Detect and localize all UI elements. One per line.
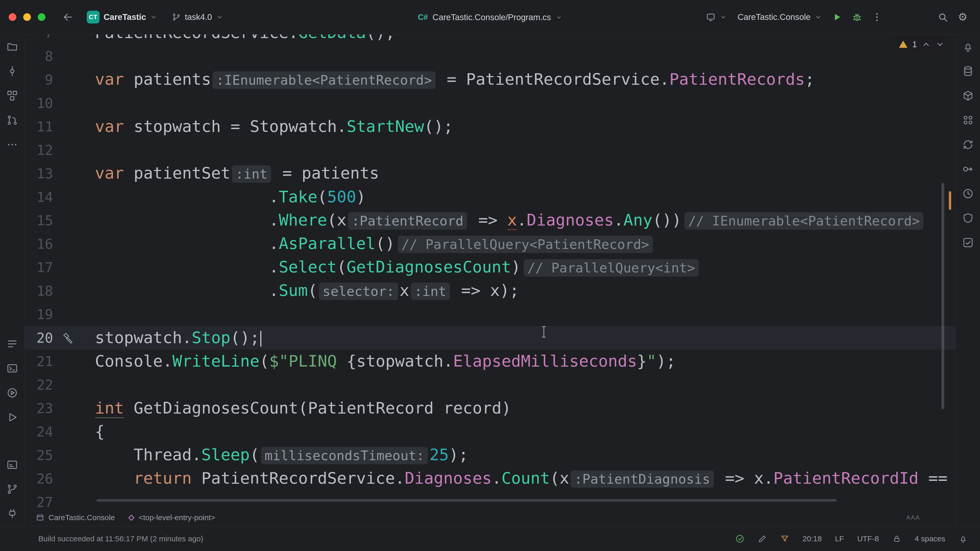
pen-icon[interactable] bbox=[758, 534, 767, 543]
nuget-icon[interactable] bbox=[956, 83, 980, 108]
code-line-18[interactable]: 18.Sum(selector:x:int => x); bbox=[24, 279, 956, 303]
database-icon[interactable] bbox=[956, 59, 980, 83]
quick-fix-hammer-icon[interactable] bbox=[53, 332, 95, 344]
indent-widget[interactable]: 4 spaces bbox=[915, 534, 945, 543]
code-editor[interactable]: 7PatientRecordService.GetData();89var pa… bbox=[24, 35, 956, 509]
code-line-14[interactable]: 14.Take(500) bbox=[24, 185, 956, 209]
close-window-button[interactable] bbox=[9, 13, 16, 21]
code-text: .Select(GetDiagnosesCount)// ParallelQue… bbox=[95, 256, 700, 279]
breadcrumb-member[interactable]: <top-level-entry-point> bbox=[128, 513, 215, 522]
structure-icon[interactable] bbox=[0, 83, 24, 108]
previous-problem-button[interactable] bbox=[921, 40, 931, 49]
inspection-widget[interactable]: 1 bbox=[894, 37, 949, 52]
code-line-15[interactable]: 15.Where(x:PatientRecord => x.Diagnoses.… bbox=[24, 209, 956, 232]
code-token: x bbox=[337, 211, 347, 229]
project-widget[interactable]: CT CareTastic bbox=[83, 8, 161, 26]
terminal-icon[interactable] bbox=[0, 356, 24, 381]
commit-icon[interactable] bbox=[0, 59, 24, 83]
debug-console-icon[interactable] bbox=[0, 453, 24, 477]
code-text: stopwatch.Stop(); bbox=[95, 326, 261, 349]
code-line-21[interactable]: 21Console.WriteLine($"PLINQ {stopwatch.E… bbox=[24, 349, 956, 373]
caret-position-widget[interactable]: 20:18 bbox=[803, 534, 822, 543]
inlay-hint: // ParallelQuery<int> bbox=[524, 259, 698, 276]
readonly-lock-icon[interactable] bbox=[892, 534, 901, 543]
code-line-24[interactable]: 24{ bbox=[24, 420, 956, 443]
code-token: x bbox=[560, 469, 570, 487]
code-text: var stopwatch = Stopwatch.StartNew(); bbox=[95, 115, 453, 138]
code-token: var bbox=[95, 70, 124, 89]
minimize-window-button[interactable] bbox=[23, 13, 31, 21]
coverage-icon[interactable] bbox=[956, 206, 980, 230]
back-button[interactable] bbox=[60, 9, 76, 25]
project-logo: CT bbox=[87, 11, 100, 24]
notifications-bell-icon[interactable] bbox=[959, 534, 968, 543]
run-target-widget[interactable] bbox=[702, 10, 730, 24]
run-toolbar: CareTastic.Console ⚙ bbox=[702, 9, 980, 25]
code-line-26[interactable]: 26return PatientRecordService.Diagnoses.… bbox=[24, 467, 956, 490]
text-size-widget[interactable]: AAA bbox=[906, 514, 920, 521]
code-line-23[interactable]: 23int GetDiagnosesCount(PatientRecord re… bbox=[24, 396, 956, 420]
debug-button[interactable] bbox=[849, 9, 865, 25]
code-line-25[interactable]: 25Thread.Sleep(millisecondsTimeout:25); bbox=[24, 443, 956, 467]
code-text: .Where(x:PatientRecord => x.Diagnoses.An… bbox=[95, 208, 925, 233]
more-actions-button[interactable] bbox=[869, 9, 885, 25]
project-folder-icon[interactable] bbox=[0, 35, 24, 59]
code-text: int GetDiagnosesCount(PatientRecord reco… bbox=[95, 396, 511, 420]
code-line-8[interactable]: 8 bbox=[24, 44, 956, 68]
build-status-message[interactable]: Build succeeded at 11:56:17 PM (2 minute… bbox=[38, 534, 204, 543]
code-line-19[interactable]: 19 bbox=[24, 303, 956, 326]
code-token: . bbox=[269, 234, 279, 253]
sync-icon[interactable] bbox=[956, 132, 980, 157]
code-line-12[interactable]: 12 bbox=[24, 138, 956, 162]
vertical-scrollbar[interactable] bbox=[942, 183, 944, 409]
search-everywhere-button[interactable] bbox=[935, 9, 951, 25]
code-line-13[interactable]: 13var patientSet:int = patients bbox=[24, 162, 956, 185]
run-button[interactable] bbox=[829, 9, 845, 25]
line-separator-widget[interactable]: LF bbox=[835, 534, 844, 543]
branch-widget[interactable]: task4.0 bbox=[169, 10, 227, 24]
services-icon[interactable] bbox=[0, 381, 24, 405]
file-path-widget[interactable]: C# CareTastic.Console/Program.cs bbox=[418, 0, 562, 35]
code-line-10[interactable]: 10 bbox=[24, 91, 956, 115]
error-stripe-warning-mark[interactable] bbox=[949, 191, 951, 210]
run-config-widget[interactable]: CareTastic.Console bbox=[734, 10, 825, 24]
git-icon[interactable] bbox=[0, 477, 24, 502]
breadcrumb-module[interactable]: CareTastic.Console bbox=[36, 513, 115, 522]
horizontal-scrollbar[interactable] bbox=[97, 499, 837, 502]
history-icon[interactable] bbox=[956, 181, 980, 206]
code-line-7[interactable]: 7PatientRecordService.GetData(); bbox=[24, 35, 956, 44]
code-token: . bbox=[492, 469, 501, 487]
highlighting-level-funnel-icon[interactable] bbox=[780, 534, 789, 543]
plugins-icon[interactable] bbox=[0, 502, 24, 526]
code-token: var bbox=[95, 164, 124, 183]
code-line-20[interactable]: 20stopwatch.Stop(); bbox=[24, 326, 956, 349]
code-line-17[interactable]: 17.Select(GetDiagnosesCount)// ParallelQ… bbox=[24, 256, 956, 279]
code-token: int bbox=[95, 399, 124, 418]
run-tool-icon[interactable] bbox=[0, 405, 24, 430]
code-line-16[interactable]: 16.AsParallel()// ParallelQuery<PatientR… bbox=[24, 232, 956, 256]
code-line-9[interactable]: 9var patients:IEnumerable<PatientRecord>… bbox=[24, 68, 956, 91]
code-text: var patientSet:int = patients bbox=[95, 162, 379, 186]
code-token: . bbox=[517, 211, 527, 229]
run-target-icon bbox=[706, 12, 716, 22]
dependencies-icon[interactable] bbox=[956, 108, 980, 132]
more-tools-icon[interactable] bbox=[0, 132, 24, 157]
notifications-icon[interactable] bbox=[956, 35, 980, 59]
encoding-widget[interactable]: UTF-8 bbox=[857, 534, 879, 543]
code-text: .AsParallel()// ParallelQuery<PatientRec… bbox=[95, 232, 654, 256]
code-line-22[interactable]: 22 bbox=[24, 373, 956, 396]
settings-gear-icon[interactable]: ⚙ bbox=[955, 9, 971, 25]
analysis-ok-icon[interactable] bbox=[735, 534, 745, 543]
code-token: } bbox=[637, 352, 647, 370]
code-line-11[interactable]: 11var stopwatch = Stopwatch.StartNew(); bbox=[24, 115, 956, 138]
code-token: (); bbox=[231, 328, 259, 347]
todo-icon[interactable] bbox=[0, 332, 24, 356]
code-token: Console bbox=[95, 352, 163, 370]
pull-requests-icon[interactable] bbox=[0, 108, 24, 132]
unit-tests-icon[interactable] bbox=[956, 230, 980, 255]
code-text: var patients:IEnumerable<PatientRecord> … bbox=[95, 68, 815, 92]
code-token bbox=[124, 117, 134, 136]
endpoints-icon[interactable] bbox=[956, 157, 980, 181]
zoom-window-button[interactable] bbox=[38, 13, 45, 21]
next-problem-button[interactable] bbox=[935, 40, 945, 49]
